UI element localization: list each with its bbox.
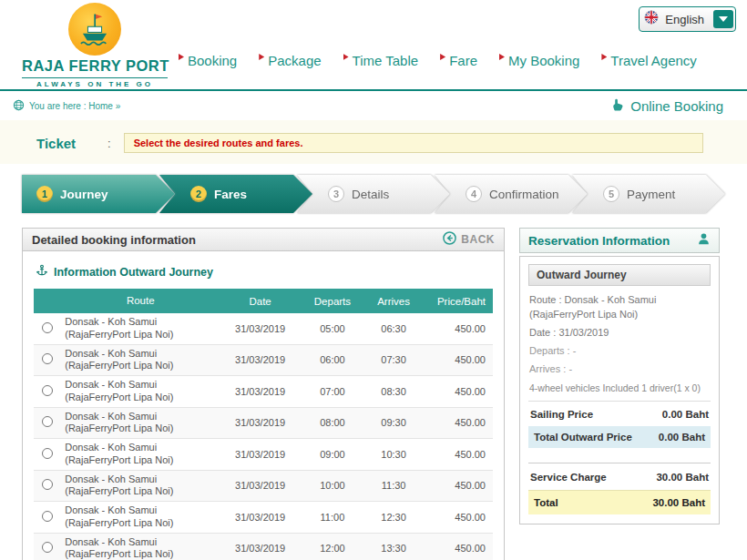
reservation-date: Date : 31/03/2019	[529, 326, 710, 341]
nav-marker-icon	[601, 54, 607, 60]
service-charge-row: Service Charge 30.00 Baht	[528, 463, 711, 490]
fare-price: 450.00	[423, 313, 493, 344]
step-journey[interactable]: 1Journey	[22, 175, 175, 213]
booking-panel-header: Detailed booking information BACK	[22, 228, 505, 251]
nav-item-label: Fare	[449, 53, 477, 68]
fare-route: Donsak - Koh Samui (RajaFerryPort Lipa N…	[61, 502, 220, 534]
fare-departs: 10:00	[301, 470, 364, 502]
fare-arrives: 07:30	[364, 344, 423, 376]
nav-item-my-booking[interactable]: My Booking	[499, 53, 579, 68]
nav-item-label: My Booking	[508, 53, 579, 68]
fare-radio[interactable]	[42, 448, 53, 459]
fare-date: 31/03/2019	[220, 439, 301, 471]
table-row: Donsak - Koh Samui (RajaFerryPort Lipa N…	[34, 313, 493, 344]
booking-panel-title: Detailed booking information	[32, 233, 196, 247]
fare-arrives: 10:30	[364, 439, 423, 471]
fare-date: 31/03/2019	[220, 407, 301, 439]
route-label: Route :	[529, 294, 561, 305]
page: RAJA FERRY PORT ALWAYS ON THE GO Booking…	[0, 0, 747, 560]
column-header-price: Price/Baht	[423, 289, 493, 313]
table-row: Donsak - Koh Samui (RajaFerryPort Lipa N…	[34, 376, 493, 408]
fare-price: 450.00	[423, 533, 493, 560]
nav-item-travel-agency[interactable]: Travel Agency	[601, 53, 697, 68]
ship-logo-icon	[68, 3, 121, 56]
caret-down-icon	[719, 16, 728, 22]
step-label: Details	[352, 188, 389, 201]
reservation-arrives: Arrives : -	[529, 362, 710, 377]
fare-radio[interactable]	[42, 322, 53, 333]
column-header-arrives: Arrives	[364, 289, 423, 313]
step-number: 5	[603, 186, 619, 202]
step-label: Journey	[60, 188, 108, 201]
departs-label: Departs :	[529, 345, 570, 356]
nav-item-label: Time Table	[353, 53, 419, 68]
table-row: Donsak - Koh Samui (RajaFerryPort Lipa N…	[34, 407, 493, 439]
fare-radio[interactable]	[42, 385, 53, 396]
back-button[interactable]: BACK	[443, 231, 495, 249]
reservation-route: Route : Donsak - Koh Samui (RajaFerryPor…	[529, 293, 710, 322]
fare-radio[interactable]	[42, 542, 53, 553]
nav-marker-icon	[179, 54, 184, 60]
fare-departs: 07:00	[301, 376, 364, 408]
online-booking-title: Online Booking	[610, 97, 723, 115]
sailing-price-row: Sailing Price 0.00 Baht	[528, 401, 711, 426]
fare-radio[interactable]	[42, 511, 53, 522]
fare-route: Donsak - Koh Samui (RajaFerryPort Lipa N…	[61, 376, 220, 408]
brand-title: RAJA FERRY PORT	[22, 57, 168, 75]
sailing-price-value: 0.00 Baht	[662, 409, 709, 420]
language-selector[interactable]: English	[639, 6, 736, 32]
fare-radio[interactable]	[42, 353, 53, 364]
column-header-route: Route	[61, 289, 220, 313]
nav-item-fare[interactable]: Fare	[440, 53, 477, 68]
fare-price: 450.00	[423, 344, 493, 376]
step-label: Payment	[627, 188, 675, 201]
fare-radio[interactable]	[42, 479, 53, 490]
arrives-label: Arrives :	[529, 363, 566, 374]
fare-route: Donsak - Koh Samui (RajaFerryPort Lipa N…	[61, 533, 220, 560]
brand-tagline: ALWAYS ON THE GO	[22, 77, 168, 88]
header: RAJA FERRY PORT ALWAYS ON THE GO Booking…	[0, 0, 747, 89]
nav-item-label: Booking	[188, 53, 237, 68]
fare-date: 31/03/2019	[220, 502, 301, 534]
fare-arrives: 08:30	[364, 376, 423, 408]
step-number: 3	[328, 186, 344, 202]
fare-route: Donsak - Koh Samui (RajaFerryPort Lipa N…	[61, 439, 220, 471]
logo[interactable]: RAJA FERRY PORT ALWAYS ON THE GO	[22, 3, 168, 88]
service-charge-label: Service Charge	[530, 472, 607, 483]
date-label: Date :	[529, 327, 556, 338]
step-number: 4	[466, 186, 482, 202]
service-charge-value: 30.00 Baht	[656, 472, 709, 483]
fares-table: Route Date Departs Arrives Price/Baht Do…	[34, 289, 493, 560]
online-booking-label: Online Booking	[630, 98, 723, 114]
column-header-select	[34, 289, 61, 313]
step-label: Confirmation	[489, 188, 559, 201]
pointer-hand-icon	[610, 97, 625, 115]
breadcrumb[interactable]: You are here : Home »	[13, 99, 120, 113]
fare-price: 450.00	[423, 470, 493, 502]
fare-date: 31/03/2019	[220, 470, 301, 502]
table-row: Donsak - Koh Samui (RajaFerryPort Lipa N…	[34, 439, 493, 471]
fare-radio[interactable]	[42, 416, 53, 427]
step-confirmation: 4Confirmation	[435, 175, 588, 213]
nav-item-booking[interactable]: Booking	[179, 53, 237, 68]
date-value: 31/03/2019	[558, 327, 609, 338]
outward-journey-section-title: Information Outward Journey	[36, 264, 493, 280]
arrives-value: -	[568, 363, 572, 374]
back-arrow-icon	[443, 231, 456, 249]
reservation-departs: Departs : -	[529, 344, 710, 359]
outward-journey-bar: Outward Journey	[528, 264, 711, 286]
total-value: 30.00 Baht	[652, 497, 705, 508]
nav-item-package[interactable]: Package	[259, 53, 321, 68]
fare-departs: 05:00	[301, 313, 364, 344]
language-dropdown-button[interactable]	[713, 10, 733, 28]
table-row: Donsak - Koh Samui (RajaFerryPort Lipa N…	[34, 470, 493, 502]
person-icon	[697, 232, 711, 249]
column-header-date: Date	[220, 289, 301, 313]
booking-panel-body: Information Outward Journey Route Date D…	[22, 251, 505, 560]
table-row: Donsak - Koh Samui (RajaFerryPort Lipa N…	[34, 502, 493, 534]
reservation-title: Reservation Information	[528, 234, 670, 248]
total-outward-label: Total Outward Price	[534, 432, 632, 443]
fare-date: 31/03/2019	[220, 533, 301, 560]
total-row: Total 30.00 Baht	[528, 490, 711, 514]
nav-item-time-table[interactable]: Time Table	[343, 53, 419, 68]
